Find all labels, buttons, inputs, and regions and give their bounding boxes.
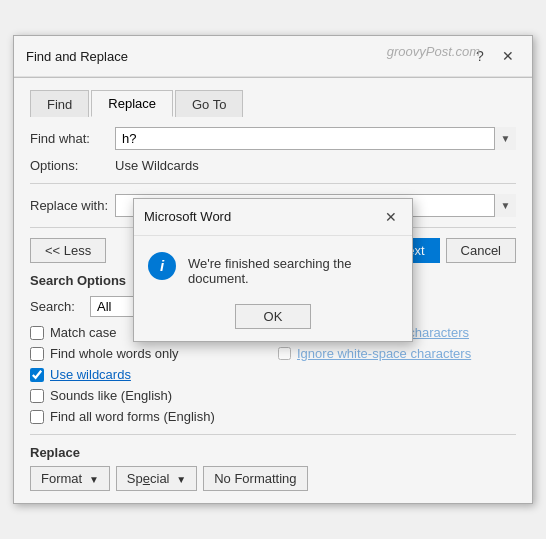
dialog-overlay: Microsoft Word ✕ i We're finished search…	[14, 36, 532, 503]
dialog-body: i We're finished searching the document.	[134, 236, 412, 296]
dialog-ok-button[interactable]: OK	[235, 304, 312, 329]
find-replace-window: Find and Replace groovyPost.com ? ✕ Find…	[13, 35, 533, 504]
dialog-title-bar: Microsoft Word ✕	[134, 199, 412, 236]
info-icon: i	[148, 252, 176, 280]
microsoft-word-dialog: Microsoft Word ✕ i We're finished search…	[133, 198, 413, 342]
dialog-title: Microsoft Word	[144, 209, 231, 224]
dialog-footer: OK	[134, 296, 412, 341]
dialog-message: We're finished searching the document.	[188, 252, 398, 286]
dialog-close-button[interactable]: ✕	[380, 206, 402, 228]
